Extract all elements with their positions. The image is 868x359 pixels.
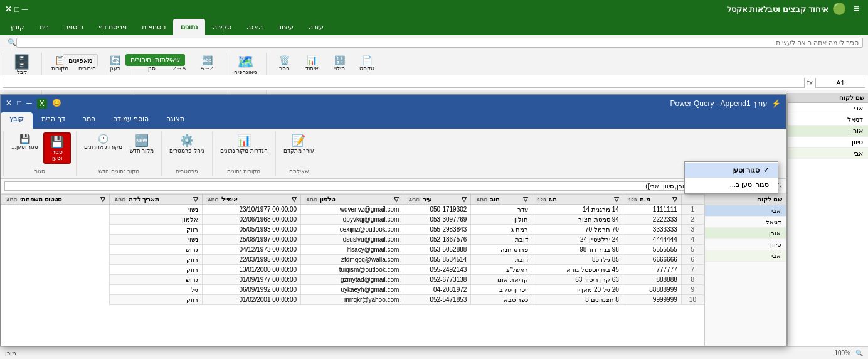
hamburger-icon[interactable]: ≡ <box>850 2 863 16</box>
names-item-3[interactable]: אורן <box>788 126 868 137</box>
btn-queries-connections[interactable]: שאילתות וחיבורים <box>125 54 185 66</box>
dropdown-item-close-load-to[interactable]: סגור וטען ב... <box>685 178 778 192</box>
btn-remove[interactable]: 🗑️ הסר <box>272 54 297 73</box>
excel-logo-icon: 🟢 <box>832 2 846 16</box>
database-icon: 🗄️ <box>13 55 30 69</box>
search-input[interactable] <box>16 38 863 48</box>
btn-text[interactable]: 📄 טקסט <box>354 54 379 73</box>
pq-emoji-icon: 😊 <box>52 99 61 109</box>
pq-ribbon-tabs: קובץ דף הבית המר הוסף עמודה תצוגה <box>1 112 786 129</box>
table-row: 8 888888 63 קרן היסוד 63 קריאת אונו 052-… <box>1 275 704 285</box>
data-source-icon: 📊 <box>237 134 251 147</box>
btn-properties-right[interactable]: מאפיינים <box>63 54 98 67</box>
pq-minimize-icon[interactable]: ─ <box>26 99 32 109</box>
col-header-bday[interactable]: ▽ תאריך לידה ABC <box>109 195 202 205</box>
zoom-icon[interactable]: 🔍 <box>855 350 863 356</box>
pq-query-item-4[interactable]: סיוון <box>705 239 786 250</box>
pq-query-item-3[interactable]: אורן <box>705 228 786 239</box>
pq-btn-close-load-to-label: סגור וטען... <box>11 144 38 150</box>
col-filter-chov[interactable]: ▽ <box>523 196 528 203</box>
tab-home[interactable]: בית <box>32 19 56 35</box>
pq-tab-file[interactable]: קובץ <box>1 112 33 129</box>
pq-logo-icon: ⚡ <box>771 99 781 108</box>
fx-label: fx <box>807 78 813 87</box>
pq-btn-manage-params[interactable]: ⚙️ ניהל פרמטרים <box>167 132 207 155</box>
col-header-status[interactable]: ▽ סטטוס משפחתי ABC <box>1 195 110 205</box>
names-item-5[interactable]: אבי <box>788 148 868 159</box>
names-item-4[interactable]: סיוון <box>788 137 868 148</box>
remove-icon: 🗑️ <box>279 55 290 65</box>
names-item-2[interactable]: דניאל <box>788 114 868 126</box>
pq-btn-new-source[interactable]: 🆕 מקור חדש <box>127 132 157 155</box>
pq-ribbon-content: 💾 סגורוטען 💾 סגור וטען... סגור 🆕 מקור חד… <box>1 129 786 179</box>
tab-formulas[interactable]: נוסחאות <box>134 19 173 35</box>
pq-formula-input[interactable] <box>4 181 775 191</box>
btn-mili[interactable]: 🔢 מילוי <box>327 54 352 73</box>
dropdown-item-close-load-to-label: סגור וטען ב... <box>730 181 769 189</box>
editor-icon: 📝 <box>292 134 305 147</box>
pq-tab-add-col[interactable]: הוסף עמודה <box>104 112 157 129</box>
pq-group-params: ⚙️ ניהל פרמטרים פרמטרים <box>161 131 212 176</box>
col-header-tel[interactable]: ▽ טלפון ABC <box>301 195 403 205</box>
col-header-ir[interactable]: ▽ עיר ABC <box>403 195 471 205</box>
pq-btn-recent-sources[interactable]: 🕐 מקורות אחרונים <box>82 132 125 151</box>
pq-group-params-items: ⚙️ ניהל פרמטרים <box>167 132 207 168</box>
pq-btn-close-load[interactable]: 💾 סגורוטען <box>43 132 71 164</box>
pq-group-query-settings-items: 📊 הגדרות מקור נתונים <box>218 132 270 168</box>
tab-file[interactable]: קובץ <box>3 19 32 35</box>
pq-group-new-items: 🆕 מקור חדש 🕐 מקורות אחרונים <box>82 132 156 168</box>
col-filter-bday[interactable]: ▽ <box>193 196 198 203</box>
tab-view[interactable]: הצגה <box>239 19 270 35</box>
tab-help[interactable]: עזרה <box>301 19 331 35</box>
pq-group-close-label: סגור <box>34 168 45 174</box>
pq-query-item-5[interactable]: אבי <box>705 250 786 262</box>
col-header-email[interactable]: ▽ אימייל ABC <box>202 195 300 205</box>
names-header: שם לקוח <box>788 93 868 103</box>
queries-connections-label: שאילתות וחיבורים <box>130 56 180 63</box>
col-filter-mt[interactable]: ▽ <box>672 196 677 203</box>
pq-tab-view[interactable]: תצוגה <box>157 112 193 129</box>
col-filter-email[interactable]: ▽ <box>292 196 297 203</box>
tab-insert[interactable]: הוספה <box>56 19 91 35</box>
pq-btn-close-load-to[interactable]: 💾 סגור וטען... <box>9 132 41 151</box>
pq-btn-data-source-settings[interactable]: 📊 הגדרות מקור נתונים <box>218 132 270 155</box>
save-load-dropdown: ✓ סגור וטען סגור וטען ב... <box>684 161 778 194</box>
dropdown-item-close-load-label: סגור וטען <box>732 166 760 174</box>
pq-tab-home[interactable]: דף הבית <box>33 112 74 129</box>
tab-data[interactable]: נתונים <box>173 19 205 35</box>
btn-maps[interactable]: 🗺️ גיאוגרפיה <box>231 54 260 77</box>
zoom-level: 100% <box>834 350 850 356</box>
close-icon[interactable]: ✕ <box>5 4 12 14</box>
name-box[interactable] <box>815 78 865 88</box>
pq-btn-advanced-editor-label: עורך מתקדם <box>283 147 315 154</box>
btn-refresh[interactable]: 🔄 רענן <box>102 54 127 73</box>
pq-group-new: 🆕 מקור חדש 🕐 מקורות אחרונים מקור נתונים … <box>76 131 161 176</box>
pq-close-icon[interactable]: ✕ <box>6 99 12 109</box>
minimize-icon[interactable]: ─ <box>22 4 28 14</box>
col-filter-tel[interactable]: ▽ <box>394 196 399 203</box>
maximize-icon[interactable]: □ <box>14 4 19 14</box>
btn-unify[interactable]: 📊 איחוד <box>299 54 324 73</box>
col-filter-status[interactable]: ▽ <box>100 196 105 203</box>
title-bar-right: ─ □ ✕ <box>5 4 28 14</box>
col-filter-ir[interactable]: ▽ <box>462 196 467 203</box>
btn-sort-az[interactable]: 🔤 A→Z <box>194 54 220 73</box>
pq-maximize-icon[interactable]: □ <box>17 99 21 109</box>
names-item-1[interactable]: אבי <box>788 103 868 114</box>
title-bar-left: ≡ 🟢 איחוד קבצים וטבלאות אקסל <box>727 2 863 16</box>
pq-group-query-settings: 📊 הגדרות מקור נתונים מקורות נתונים <box>212 131 275 176</box>
tab-review[interactable]: סקירה <box>205 19 239 35</box>
pq-query-item-2[interactable]: דניאל <box>705 217 786 228</box>
tab-tools[interactable]: עיצוב <box>270 19 301 35</box>
pq-query-item-1[interactable]: אבי <box>705 205 786 217</box>
formula-input[interactable] <box>3 78 805 88</box>
col-header-tz[interactable]: ▽ ת.ז 123 <box>532 195 623 205</box>
tab-layout[interactable]: פריסת דף <box>91 19 134 35</box>
pq-btn-advanced-editor[interactable]: 📝 עורך מתקדם <box>281 132 317 155</box>
pq-tab-transform[interactable]: המר <box>74 112 104 129</box>
dropdown-item-close-load[interactable]: ✓ סגור וטען <box>685 163 778 178</box>
col-header-chov[interactable]: ▽ חוב ABC <box>471 195 532 205</box>
ready-text: מוכן <box>5 350 16 356</box>
col-header-mt[interactable]: ▽ מ.ת 123 <box>623 195 681 205</box>
col-filter-tz[interactable]: ▽ <box>614 196 619 203</box>
